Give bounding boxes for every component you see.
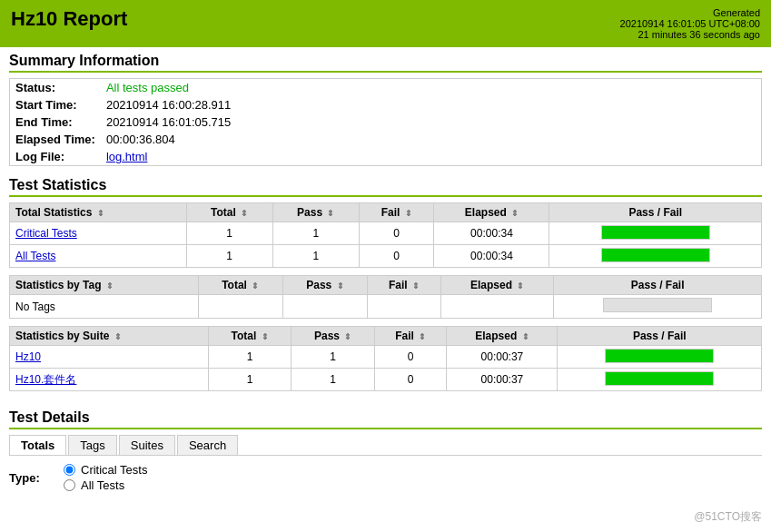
row-elapsed: 00:00:37 [447,346,558,369]
generated-date: 20210914 16:01:05 UTC+08:00 [620,18,760,29]
tabs-container: TotalsTagsSuitesSearch [9,435,762,456]
pass-fail-bar-cell [549,222,762,245]
table-row: No Tags [10,295,762,319]
row-name[interactable]: All Tests [10,245,187,268]
table-row: Hz1011000:00:37 [10,346,762,369]
suite-col-total: Total ⇕ [208,327,291,346]
test-details-section: Test Details TotalsTagsSuitesSearch Type… [0,404,771,499]
pass-fail-bar-cell [554,295,762,319]
row-total: 1 [186,245,272,268]
tab-suites[interactable]: Suites [119,435,175,455]
row-name[interactable]: Hz10.套件名 [10,369,209,391]
row-total: 1 [208,369,291,391]
summary-field-label: Log File: [10,148,101,166]
row-name[interactable]: Critical Tests [10,222,187,245]
pass-fail-bar-container [601,225,710,240]
suite-col-elapsed: Elapsed ⇕ [447,327,558,346]
tag-stats-col-name: Statistics by Tag ⇕ [10,276,199,295]
radio-item-1: All Tests [64,478,147,492]
statistics-section: Test Statistics Total Statistics ⇕ Total… [0,172,771,404]
tab-tags[interactable]: Tags [68,435,116,455]
radio-label-1: All Tests [81,478,124,492]
summary-field-value: 00:00:36.804 [101,131,762,148]
suite-col-pass: Pass ⇕ [292,327,375,346]
row-pass: 1 [272,222,359,245]
sort-arrow-tag: ⇕ [106,281,114,291]
suite-stats-col-name: Statistics by Suite ⇕ [10,327,209,346]
page-title: Hz10 Report [11,7,127,31]
table-row: Hz10.套件名11000:00:37 [10,369,762,391]
radio-group: Critical TestsAll Tests [64,463,147,492]
summary-field-label: End Time: [10,113,101,131]
row-name[interactable]: Hz10 [10,346,209,369]
summary-row: Log File:log.html [10,148,762,166]
table-row: All Tests11000:00:34 [10,245,762,268]
row-elapsed [440,295,553,319]
summary-row: Start Time:20210914 16:00:28.911 [10,96,762,113]
summary-field-value: 20210914 16:00:28.911 [101,96,762,113]
generated-label: Generated [713,7,760,18]
row-fail: 0 [375,346,447,369]
total-col-passfail: Pass / Fail [549,203,762,222]
row-pass [282,295,367,319]
pass-fail-bar-container [605,371,714,386]
pass-fail-bar-cell [558,369,762,391]
pass-fail-bar-cell [549,245,762,268]
summary-title: Summary Information [9,53,762,73]
row-fail: 0 [359,245,434,268]
tag-col-passfail: Pass / Fail [554,276,762,295]
row-elapsed: 00:00:34 [434,222,549,245]
header-meta: Generated 20210914 16:01:05 UTC+08:00 21… [620,7,760,40]
table-row: Critical Tests11000:00:34 [10,222,762,245]
type-label: Type: [9,471,64,485]
summary-row: Elapsed Time:00:00:36.804 [10,131,762,148]
suite-col-passfail: Pass / Fail [558,327,762,346]
total-col-elapsed: Elapsed ⇕ [434,203,549,222]
tag-col-elapsed: Elapsed ⇕ [440,276,553,295]
summary-section: Summary Information Status:All tests pas… [0,47,771,172]
summary-row: Status:All tests passed [10,79,762,97]
summary-field-value: All tests passed [101,79,762,97]
row-total: 1 [186,222,272,245]
radio-label-0: Critical Tests [81,463,147,477]
sort-arrow-suite: ⇕ [114,332,122,341]
sort-arrow: ⇕ [97,209,104,218]
suite-col-fail: Fail ⇕ [375,327,447,346]
pass-fail-bar-fill [606,372,713,385]
radio-critical-tests[interactable] [64,464,75,476]
summary-row: End Time:20210914 16:01:05.715 [10,113,762,131]
suite-stats-table: Statistics by Suite ⇕ Total ⇕ Pass ⇕ Fai… [9,326,762,391]
row-elapsed: 00:00:34 [434,245,549,268]
row-fail: 0 [359,222,434,245]
summary-field-value[interactable]: log.html [101,148,762,166]
tag-stats-table: Statistics by Tag ⇕ Total ⇕ Pass ⇕ Fail … [9,275,762,319]
row-total: 1 [208,346,291,369]
summary-field-label: Status: [10,79,101,97]
pass-fail-bar-fill [602,226,709,239]
pass-fail-bar-container [603,298,712,312]
row-pass: 1 [292,346,375,369]
tag-col-pass: Pass ⇕ [282,276,367,295]
statistics-title: Test Statistics [9,177,762,197]
row-fail [368,295,441,319]
summary-field-value: 20210914 16:01:05.715 [101,113,762,131]
tag-col-total: Total ⇕ [198,276,282,295]
tab-search[interactable]: Search [177,435,238,455]
row-total [198,295,282,319]
total-stats-table: Total Statistics ⇕ Total ⇕ Pass ⇕ Fail ⇕… [9,202,762,268]
total-stats-col-name: Total Statistics ⇕ [10,203,187,222]
row-pass: 1 [292,369,375,391]
pass-fail-bar-container [601,248,710,262]
page-header: Hz10 Report Generated 20210914 16:01:05 … [0,0,771,47]
radio-item-0: Critical Tests [64,463,147,477]
radio-all-tests[interactable] [64,479,75,491]
total-col-fail: Fail ⇕ [359,203,434,222]
generated-ago: 21 minutes 36 seconds ago [638,29,760,40]
summary-table: Status:All tests passedStart Time:202109… [9,78,762,166]
tab-totals[interactable]: Totals [9,435,66,455]
type-row: Type: Critical TestsAll Tests [9,461,762,494]
tag-col-fail: Fail ⇕ [368,276,441,295]
pass-fail-bar-cell [558,346,762,369]
test-details-title: Test Details [9,409,762,429]
row-elapsed: 00:00:37 [447,369,558,391]
